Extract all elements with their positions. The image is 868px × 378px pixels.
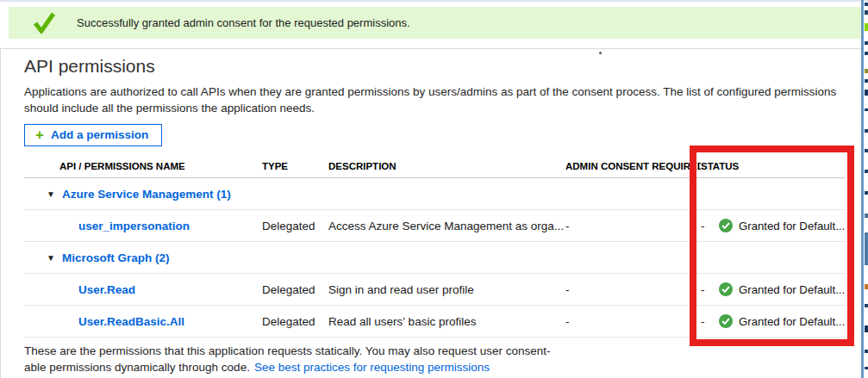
permission-description: Sign in and read user profile: [328, 283, 565, 296]
add-permission-label: Add a permission: [51, 128, 148, 141]
collapse-triangle-icon[interactable]: ▼: [47, 189, 55, 199]
window-top-border: [0, 0, 868, 2]
header-admin-consent-required: ADMIN CONSENT REQUIRED: [565, 161, 701, 171]
permission-type: Delegated: [262, 220, 328, 232]
api-group-link[interactable]: Azure Service Management (1): [62, 188, 231, 201]
table-row-user-impersonation[interactable]: user_impersonation Delegated Access Azur…: [24, 210, 846, 242]
collapse-triangle-icon[interactable]: ▼: [47, 253, 55, 263]
permission-type: Delegated: [262, 315, 328, 328]
admin-consent-value: -: [565, 220, 701, 232]
permission-description: Access Azure Service Management as orga.…: [328, 220, 565, 232]
status-dash: -: [701, 220, 719, 232]
permissions-table: API / PERMISSIONS NAME TYPE DESCRIPTION …: [24, 154, 846, 338]
granted-check-icon: [719, 314, 733, 328]
footer-line2: able permissions dynamically through cod…: [24, 361, 250, 374]
permission-link[interactable]: User.Read: [78, 283, 135, 296]
table-row-group-azure-service-management[interactable]: ▼ Azure Service Management (1): [24, 178, 846, 210]
status-text: Granted for Default...: [739, 220, 845, 232]
api-permissions-blade: API permissions Applications are authori…: [0, 48, 862, 378]
stray-mark: [599, 52, 602, 54]
add-permission-button[interactable]: + Add a permission: [24, 124, 162, 146]
granted-check-icon: [719, 282, 733, 296]
footer-note: These are the permissions that this appl…: [24, 343, 628, 375]
right-edge-scrollbar[interactable]: [861, 0, 864, 378]
page-title: API permissions: [24, 56, 155, 77]
table-row-group-microsoft-graph[interactable]: ▼ Microsoft Graph (2): [24, 242, 846, 274]
status-dash: -: [701, 283, 719, 296]
status-dash: -: [701, 315, 719, 328]
header-type: TYPE: [262, 161, 328, 171]
permission-link[interactable]: user_impersonation: [78, 220, 190, 232]
permission-type: Delegated: [262, 283, 328, 296]
status-text: Granted for Default...: [739, 315, 845, 328]
status-text: Granted for Default...: [739, 283, 845, 296]
granted-check-icon: [719, 219, 733, 232]
page-description: Applications are authorized to call APIs…: [24, 84, 841, 116]
footer-line1: These are the permissions that this appl…: [24, 344, 551, 357]
success-banner: Successfully granted admin consent for t…: [9, 7, 861, 39]
admin-consent-value: -: [565, 315, 701, 328]
admin-consent-value: -: [565, 283, 701, 296]
header-status: STATUS: [701, 161, 846, 171]
header-api-permissions-name: API / PERMISSIONS NAME: [24, 161, 262, 171]
table-row-user-readbasic-all[interactable]: User.ReadBasic.All Delegated Read all us…: [24, 306, 846, 338]
permission-link[interactable]: User.ReadBasic.All: [78, 315, 184, 328]
banner-message: Successfully granted admin consent for t…: [77, 16, 410, 29]
header-description: DESCRIPTION: [328, 161, 565, 171]
success-check-icon: [33, 12, 56, 34]
permission-description: Read all users' basic profiles: [328, 315, 565, 328]
table-row-user-read[interactable]: User.Read Delegated Sign in and read use…: [24, 274, 846, 306]
api-group-link[interactable]: Microsoft Graph (2): [62, 251, 170, 264]
table-header-row: API / PERMISSIONS NAME TYPE DESCRIPTION …: [24, 154, 846, 178]
plus-icon: +: [35, 128, 44, 141]
best-practices-link[interactable]: See best practices for requesting permis…: [254, 361, 490, 374]
